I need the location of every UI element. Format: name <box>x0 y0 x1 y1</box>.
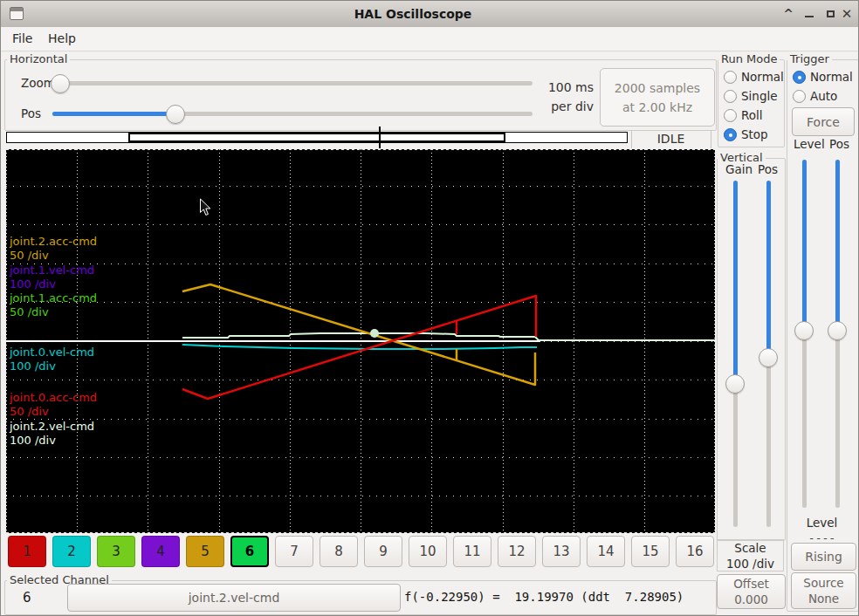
vertical-pos-slider-knob[interactable] <box>759 348 778 367</box>
trigger-level-label: Level <box>787 516 856 530</box>
menu-file[interactable]: File <box>12 31 32 45</box>
scale-readout: Scale 100 /div <box>717 539 784 572</box>
offset-button[interactable]: Offset 0.000 <box>717 574 786 609</box>
mouse-cursor-icon <box>199 198 211 217</box>
scope-display: joint.2.acc-cmd50 /divjoint.1.vel-cmd100… <box>6 149 715 533</box>
scope-channel-label: joint.1.vel-cmd100 /div <box>10 264 94 291</box>
rate-readout: 100 ms per div <box>520 78 594 116</box>
channel-button-8[interactable]: 8 <box>320 536 358 567</box>
window-icon <box>10 7 24 20</box>
run-mode-radio-label-normal: Normal <box>741 70 784 84</box>
run-mode-radio-label-stop: Stop <box>741 127 768 141</box>
gain-slider-knob[interactable] <box>725 374 745 394</box>
trigger-level-slider-fill <box>802 160 807 331</box>
pos-slider-fill <box>52 112 175 116</box>
run-mode-frame-label: Run Mode <box>718 52 780 66</box>
menu-bar: File Help <box>1 27 858 51</box>
channel-button-16[interactable]: 16 <box>676 536 714 567</box>
scope-channel-label: joint.0.acc-cmd50 /div <box>10 391 97 419</box>
trigger-pos-slider-fill <box>835 160 840 331</box>
vertical-pos-slider-fill <box>766 181 771 358</box>
trigger-frame: Trigger Force Level Pos Level ---- Risin… <box>787 59 859 612</box>
run-mode-radio-stop[interactable] <box>724 128 737 141</box>
channel-button-6[interactable]: 6 <box>230 536 269 567</box>
minimize-icon <box>805 16 814 17</box>
gain-slider-fill <box>733 181 738 384</box>
channel-button-5[interactable]: 5 <box>186 536 224 567</box>
scope-channel-label: joint.2.acc-cmd50 /div <box>10 235 97 263</box>
window-title: HAL Oscilloscope <box>55 7 771 21</box>
close-button[interactable]: ✕ <box>839 6 855 22</box>
scope-channel-labels: joint.2.acc-cmd50 /divjoint.1.vel-cmd100… <box>6 149 715 533</box>
channel-button-2[interactable]: 2 <box>52 536 91 567</box>
run-mode-radio-single[interactable] <box>724 90 737 103</box>
channel-button-10[interactable]: 10 <box>409 536 447 567</box>
channel-button-3[interactable]: 3 <box>97 536 135 567</box>
trigger-frame-label: Trigger <box>787 52 832 66</box>
selected-channel-number: 6 <box>23 590 31 606</box>
title-bar: HAL Oscilloscope ^ ✕ <box>1 1 858 28</box>
pos-slider-knob[interactable] <box>166 105 185 124</box>
trigger-pos-col-label: Pos <box>829 137 849 151</box>
run-mode-frame: Run Mode NormalSingleRollStop <box>718 59 785 147</box>
trigger-radio-auto[interactable] <box>793 90 806 103</box>
selected-channel-name-button[interactable]: joint.2.vel-cmd <box>67 584 401 612</box>
channel-button-14[interactable]: 14 <box>587 536 625 567</box>
selected-channel-readout: f(-0.22950) = 19.19970 (ddt 7.28905) <box>404 590 684 604</box>
zoom-slider-knob[interactable] <box>51 74 70 93</box>
selected-channel-frame: Selected Channel 6 joint.2.vel-cmd f(-0.… <box>4 580 717 615</box>
channel-button-13[interactable]: 13 <box>542 536 581 567</box>
horizontal-frame: Horizontal Zoom Pos 100 ms per div 2000 … <box>4 59 717 131</box>
scope-channel-label: joint.1.acc-cmd50 /div <box>10 291 97 319</box>
trigger-radio-label-auto: Auto <box>810 89 837 103</box>
record-view-window <box>128 133 505 142</box>
status-label: IDLE <box>631 132 711 146</box>
app-window: HAL Oscilloscope ^ ✕ File Help Horizonta… <box>0 0 859 616</box>
run-mode-radio-roll[interactable] <box>724 109 737 122</box>
vertical-frame: Vertical Gain Pos <box>717 158 786 541</box>
scope-channel-label: joint.0.vel-cmd100 /div <box>10 346 94 373</box>
pos-label: Pos <box>21 106 41 120</box>
trigger-level-slider-knob[interactable] <box>794 321 814 340</box>
zoom-slider-track[interactable] <box>52 81 533 86</box>
trigger-source-button[interactable]: Source None <box>791 572 856 609</box>
scope-channel-label: joint.2.vel-cmd100 /div <box>10 420 94 448</box>
gain-label: Gain <box>725 162 752 176</box>
channel-button-4[interactable]: 4 <box>141 536 180 567</box>
channel-button-12[interactable]: 12 <box>498 536 536 567</box>
force-button[interactable]: Force <box>792 107 855 136</box>
vertical-pos-label: Pos <box>758 162 778 176</box>
run-mode-radio-label-single: Single <box>741 89 778 103</box>
shade-button[interactable]: ^ <box>780 6 796 22</box>
run-mode-radio-normal[interactable] <box>724 71 737 84</box>
minimize-button[interactable] <box>801 6 817 22</box>
trigger-pos-slider-knob[interactable] <box>828 321 847 340</box>
record-trigger-tick <box>379 127 381 148</box>
maximize-button[interactable] <box>822 6 838 22</box>
channel-button-11[interactable]: 11 <box>453 536 491 567</box>
maximize-icon <box>827 10 835 17</box>
status-separator-right <box>711 130 711 148</box>
trigger-level-col-label: Level <box>794 137 825 151</box>
channel-button-7[interactable]: 7 <box>275 536 313 567</box>
channel-button-row: 12345678910111213141516 <box>1 535 717 568</box>
menu-help[interactable]: Help <box>48 31 76 45</box>
horizontal-frame-label: Horizontal <box>7 52 70 66</box>
channel-button-15[interactable]: 15 <box>631 536 670 567</box>
channel-button-9[interactable]: 9 <box>364 536 402 567</box>
samples-info-box[interactable]: 2000 samples at 2.00 kHz <box>600 68 715 127</box>
trigger-radio-normal[interactable] <box>793 71 806 84</box>
channel-button-1[interactable]: 1 <box>8 536 46 567</box>
trigger-edge-button[interactable]: Rising <box>791 543 856 571</box>
run-mode-radio-label-roll: Roll <box>741 108 763 122</box>
trigger-radio-label-normal: Normal <box>810 70 853 84</box>
